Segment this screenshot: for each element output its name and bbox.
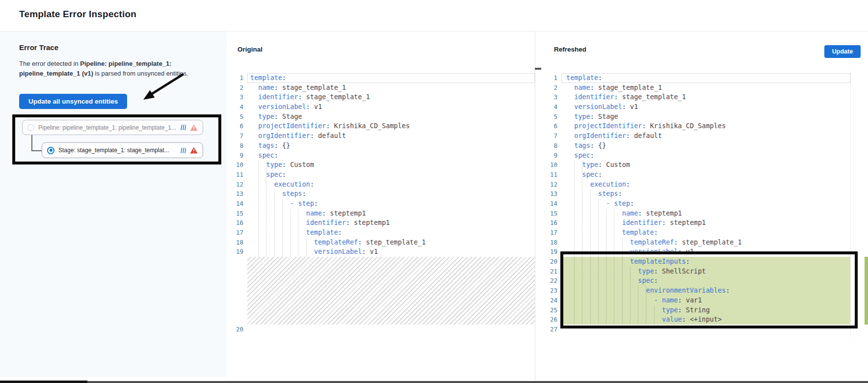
code-line-content: steps:: [561, 189, 850, 199]
tree-item-pipeline[interactable]: Pipeline: pipeline_template_1: pipeline_…: [22, 120, 203, 135]
code-line: 10 type: Custom: [226, 160, 535, 170]
code-line: 13 steps:: [535, 189, 850, 199]
yaml-key: name: [306, 209, 322, 217]
yaml-value: :: [618, 190, 622, 197]
code-line-content: orgIdentifier: default: [247, 131, 535, 141]
line-number: 12: [226, 180, 247, 190]
line-number: 22: [535, 276, 561, 286]
code-line-content: type: ShellScript: [561, 267, 850, 276]
line-number: 27: [535, 325, 561, 334]
line-number: 1: [226, 73, 247, 83]
error-trace-panel: Error Trace The error detected in Pipeli…: [0, 31, 226, 377]
yaml-key: spec: [638, 276, 654, 284]
line-number: 4: [226, 102, 247, 112]
code-line: 5 type: Stage: [535, 112, 850, 122]
code-line: 16 identifier: steptemp1: [226, 218, 535, 228]
original-editor[interactable]: 1template:2 name: stage_template_13 iden…: [226, 73, 535, 334]
code-line-content: identifier: steptemp1: [561, 218, 850, 228]
line-number: 26: [535, 315, 561, 325]
yaml-value: :: [626, 180, 630, 188]
yaml-value: : Stage: [590, 112, 618, 120]
yaml-value: : v1: [306, 103, 322, 110]
refreshed-editor[interactable]: 1template:2 name: stage_template_13 iden…: [535, 73, 850, 334]
yaml-key: type: [582, 161, 599, 168]
code-line: 6 projectIdentifier: Krishika_CD_Samples: [535, 121, 850, 131]
indent-guides: [258, 170, 266, 180]
tree-connector-vertical: [31, 135, 32, 151]
code-line: 22 spec:: [535, 276, 850, 286]
code-line-content: type: String: [561, 305, 850, 315]
code-line-content: spec:: [561, 151, 850, 161]
code-line: 4 versionLabel: v1: [226, 102, 535, 112]
indent-guides: [258, 160, 266, 170]
line-number: 12: [535, 180, 561, 190]
yaml-value: :: [302, 190, 306, 197]
code-line: 15 name: steptemp1: [226, 209, 535, 219]
yaml-value: :: [338, 228, 342, 236]
yaml-value: : default: [626, 132, 662, 139]
yaml-value: :: [654, 276, 658, 284]
code-line-content: [247, 325, 535, 334]
yaml-value: :: [274, 151, 278, 159]
line-number: 7: [226, 131, 247, 141]
code-line: 20 templateInputs:: [535, 257, 850, 267]
code-line: 25 type: String: [535, 305, 850, 315]
code-line: 17 template:: [226, 228, 535, 238]
indent-guides: [574, 315, 662, 325]
yaml-value: : step_template_1: [674, 238, 741, 246]
stage-radio-selected[interactable]: [47, 147, 54, 154]
refreshed-panel-title: Refreshed: [554, 46, 586, 53]
line-number: 6: [535, 121, 561, 131]
yaml-key: name: [258, 83, 274, 91]
yaml-value: : Stage: [274, 112, 302, 120]
yaml-value: : v1: [362, 247, 378, 255]
yaml-value: : Krishika_CD_Samples: [642, 122, 726, 130]
yaml-value: : stage_template_1: [614, 93, 686, 101]
code-line: 26 value: <+input>: [535, 315, 850, 325]
pipeline-radio[interactable]: [27, 124, 34, 131]
tree-connector-horizontal: [31, 150, 42, 151]
indent-guides: [574, 276, 638, 286]
yaml-key: steps: [282, 190, 302, 197]
code-line-content: value: <+input>: [561, 315, 850, 325]
code-line-content: type: Stage: [561, 112, 850, 122]
error-description-part: The error detected in: [19, 60, 80, 67]
yaml-value: : v1: [678, 247, 694, 255]
yaml-key: versionLabel: [258, 103, 306, 110]
code-line-content: name: stage_template_1: [561, 83, 850, 93]
template-lines-icon: [180, 147, 186, 154]
indent-guides: [574, 199, 606, 209]
update-all-unsynced-button[interactable]: Update all unsynced entities: [19, 94, 127, 109]
line-number: 20: [535, 257, 561, 267]
yaml-value: : steptemp1: [322, 209, 366, 217]
yaml-key: spec: [266, 170, 283, 178]
line-number: 3: [535, 92, 561, 102]
code-line: 18 templateRef: step_template_1: [226, 238, 535, 247]
line-number: 17: [226, 228, 247, 238]
page-title: Template Error Inspection: [19, 9, 136, 20]
update-button[interactable]: Update: [824, 45, 861, 58]
overview-ruler-added-marker: [865, 257, 868, 325]
yaml-key: spec: [574, 151, 590, 159]
line-number: 7: [535, 131, 561, 141]
tree-item-stage[interactable]: Stage: stage_template_1: stage_templat..…: [42, 142, 203, 158]
yaml-key: identifier: [574, 93, 614, 101]
yaml-key: step: [298, 199, 315, 207]
code-line-content: templateInputs:: [561, 257, 850, 267]
code-line: 17 template:: [535, 228, 850, 238]
line-number: 19: [535, 247, 561, 257]
line-number: 13: [535, 189, 561, 199]
indent-guides: [258, 247, 314, 257]
code-line: 14 - step:: [226, 199, 535, 209]
yaml-value: : steptemp1: [638, 209, 682, 217]
warning-icon: [190, 147, 198, 154]
line-number: 9: [535, 151, 561, 161]
code-line: 4 versionLabel: v1: [535, 102, 850, 112]
line-number: 10: [226, 160, 247, 170]
indent-guides: [574, 257, 630, 267]
code-line: 27: [535, 325, 850, 334]
yaml-value: :: [590, 151, 594, 159]
yaml-key: projectIdentifier: [574, 122, 642, 130]
indent-guides: [574, 160, 582, 170]
code-line-content: spec:: [561, 276, 850, 286]
